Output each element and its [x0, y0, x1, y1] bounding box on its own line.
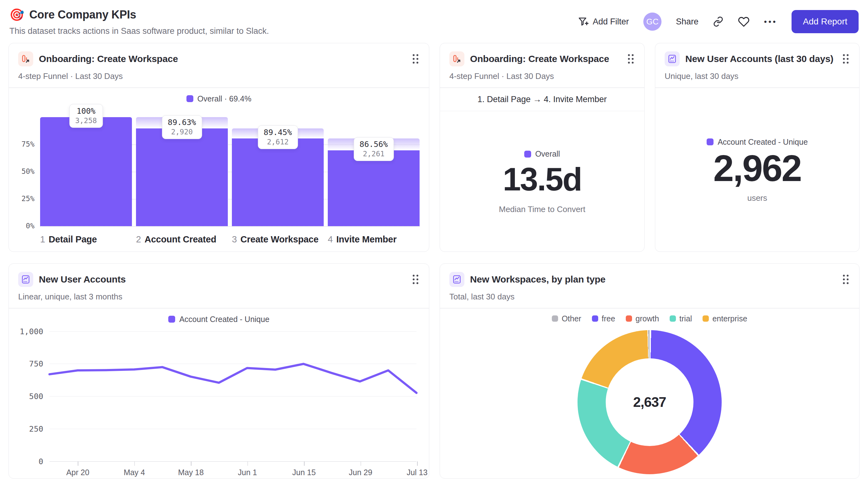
card-title: Onboarding: Create Workspace: [470, 54, 609, 64]
funnel-step-label: 4Invite Member: [328, 234, 420, 245]
legend-label: trial: [679, 314, 692, 323]
funnel-bar-solid: [232, 138, 324, 226]
legend-label: enterprise: [712, 314, 747, 323]
donut-legend-item[interactable]: enterprise: [703, 314, 747, 323]
copy-link-button[interactable]: [713, 16, 723, 27]
legend-label: growth: [636, 314, 659, 323]
line-x-tick-label: Jun 1: [238, 468, 257, 477]
line-chart-icon: [18, 272, 33, 287]
favorite-button[interactable]: [738, 16, 749, 28]
metric-legend: Account Created - Unique: [707, 137, 808, 147]
funnel-tooltip-count: 2,612: [264, 138, 292, 146]
card-subtitle: 4-step Funnel · Last 30 Days: [450, 71, 636, 81]
funnel-bar-solid: [40, 117, 132, 226]
legend-swatch: [626, 316, 632, 322]
legend-label: Overall: [535, 150, 560, 159]
link-icon: [713, 16, 723, 27]
step-name: Create Workspace: [240, 234, 318, 244]
line-series[interactable]: [50, 331, 416, 461]
line-x-tick: [78, 461, 78, 466]
card-new-user-accounts-30d: New User Accounts (last 30 days) Unique,…: [655, 43, 860, 252]
funnel-tooltip: 100%3,258: [69, 104, 103, 128]
legend-swatch: [703, 316, 709, 322]
legend-swatch: [707, 138, 714, 145]
step-number: 1: [40, 234, 45, 244]
funnel-step-label: 1Detail Page: [40, 234, 132, 245]
donut-legend-item[interactable]: trial: [670, 314, 692, 323]
more-options-button[interactable]: •••: [764, 17, 777, 27]
funnel-bar-solid: [136, 128, 228, 226]
funnel-range-label: 1. Detail Page → 4. Invite Member: [440, 88, 644, 111]
line-gridline: [50, 461, 416, 462]
funnel-bar[interactable]: 89.45%2,612: [232, 117, 324, 226]
drag-handle-icon[interactable]: [411, 52, 420, 65]
funnel-chart-icon: [18, 52, 33, 66]
metric-legend: Overall: [524, 150, 560, 159]
funnel-y-tick-label: 75%: [21, 140, 34, 148]
line-x-tick: [134, 461, 135, 466]
add-filter-label: Add Filter: [593, 17, 629, 27]
step-number: 3: [232, 234, 237, 244]
legend-label: free: [602, 314, 615, 323]
card-header: New Workspaces, by plan type Total, last…: [440, 264, 859, 308]
donut-legend-item[interactable]: Other: [552, 314, 581, 323]
legend-swatch: [670, 316, 676, 322]
funnel-step-label: 2Account Created: [136, 234, 228, 245]
funnel-bar-solid: [328, 150, 420, 226]
heart-icon: [738, 16, 749, 28]
new-users-value: 2,962: [713, 149, 801, 188]
line-x-tick: [304, 461, 305, 466]
legend-swatch: [592, 316, 598, 322]
target-emoji-icon: 🎯: [9, 9, 24, 21]
line-x-tick: [361, 461, 361, 466]
card-title: New User Accounts (last 30 days): [685, 54, 834, 64]
drag-handle-icon[interactable]: [841, 52, 850, 65]
dashboard-grid: Onboarding: Create Workspace 4-step Funn…: [0, 43, 868, 479]
step-name: Detail Page: [49, 234, 97, 244]
card-title: Onboarding: Create Workspace: [39, 54, 178, 64]
funnel-tooltip-count: 3,258: [75, 117, 97, 125]
donut-legend-item[interactable]: growth: [626, 314, 659, 323]
funnel-bar[interactable]: 89.63%2,920: [136, 117, 228, 226]
card-subtitle: Unique, last 30 days: [664, 71, 850, 81]
line-x-tick: [417, 461, 418, 466]
line-chart-icon: [664, 52, 680, 66]
funnel-bar[interactable]: 86.56%2,261: [328, 117, 420, 226]
funnel-plot[interactable]: 75%50%25%0%100%3,25889.63%2,92089.45%2,6…: [40, 117, 420, 226]
funnel-bar[interactable]: 100%3,258: [40, 117, 132, 226]
funnel-y-tick-label: 50%: [21, 167, 34, 175]
funnel-legend: Overall · 69.4%: [9, 94, 429, 103]
metric-caption: users: [747, 193, 767, 203]
card-subtitle: Linear, unique, last 3 months: [18, 292, 420, 302]
drag-handle-icon[interactable]: [411, 273, 420, 286]
avatar[interactable]: GC: [643, 12, 661, 31]
line-y-tick-label: 0: [38, 457, 43, 466]
line-x-tick-label: Jul 13: [407, 468, 428, 477]
legend-swatch: [524, 151, 531, 158]
line-chart-plot[interactable]: 1,0007505002500Apr 20May 4May 18Jun 1Jun…: [50, 331, 416, 461]
drag-handle-icon[interactable]: [626, 52, 636, 65]
donut-chart[interactable]: 2,637: [578, 330, 722, 474]
card-subtitle: Total, last 30 days: [450, 292, 850, 302]
donut-legend-item[interactable]: free: [592, 314, 615, 323]
funnel-tooltip-pct: 86.56%: [360, 140, 388, 149]
legend-label: Other: [561, 314, 581, 323]
funnel-y-tick-label: 25%: [21, 194, 34, 202]
filter-plus-icon: [578, 16, 588, 27]
funnel-y-tick-label: 0%: [26, 222, 34, 230]
card-header: New User Accounts Linear, unique, last 3…: [9, 264, 429, 308]
funnel-tooltip: 89.63%2,920: [162, 115, 202, 139]
line-y-tick-label: 1,000: [20, 327, 43, 336]
funnel-tooltip-count: 2,920: [168, 128, 196, 136]
add-filter-button[interactable]: Add Filter: [578, 16, 629, 27]
add-report-button[interactable]: Add Report: [792, 10, 859, 33]
funnel-tooltip-pct: 89.45%: [264, 128, 292, 137]
line-x-tick: [191, 461, 191, 466]
card-header: Onboarding: Create Workspace 4-step Funn…: [440, 43, 644, 87]
funnel-tooltip-pct: 89.63%: [168, 118, 196, 127]
funnel-tooltip: 86.56%2,261: [353, 137, 394, 161]
share-button[interactable]: Share: [676, 17, 699, 27]
legend-swatch: [168, 316, 175, 323]
drag-handle-icon[interactable]: [841, 273, 850, 286]
line-x-tick-label: Jun 15: [292, 468, 316, 477]
